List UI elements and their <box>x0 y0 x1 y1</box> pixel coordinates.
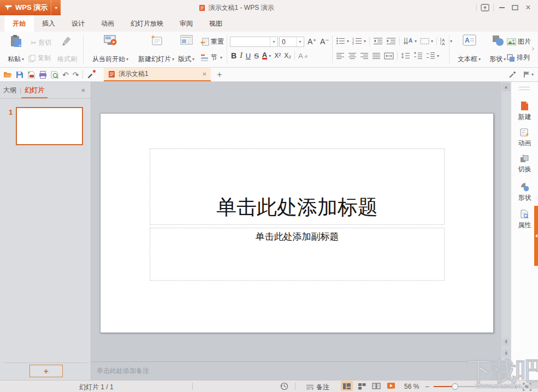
dropdown-icon[interactable]: ▾ <box>296 37 304 46</box>
add-slide-button[interactable]: + <box>29 365 63 377</box>
text-box-border-button[interactable]: ▾ <box>420 38 433 45</box>
tab-home[interactable]: 开始 <box>4 15 34 32</box>
new-document-tab-button[interactable]: + <box>214 69 225 80</box>
subtitle-placeholder[interactable]: 单击此处添加副标题 <box>150 228 445 281</box>
copy-button[interactable]: 复制 <box>28 54 51 63</box>
underline-button[interactable]: U <box>246 52 251 60</box>
font-name-combo[interactable]: ▾ <box>230 37 278 47</box>
title-placeholder[interactable]: 单击此处添加标题 <box>150 149 445 225</box>
vertical-scrollbar[interactable]: ▲ ↟ ↡ <box>501 82 511 361</box>
zoom-out-button[interactable]: − <box>425 382 429 391</box>
previous-slide-button[interactable]: ↟ <box>502 338 510 346</box>
superscript-button[interactable]: X² <box>274 52 281 60</box>
paste-button[interactable]: 粘贴▾ <box>4 34 27 64</box>
font-size-combo[interactable]: 0 ▾ <box>279 37 304 47</box>
slide-sorter-view-button[interactable] <box>356 381 368 391</box>
distribute-text-button[interactable] <box>384 52 394 60</box>
arrange-button[interactable]: 排列 <box>507 53 530 62</box>
clear-format-button[interactable]: A <box>298 52 309 60</box>
dropdown-icon: ▾ <box>415 39 417 44</box>
decrease-font-button[interactable]: A⁻ <box>319 37 330 46</box>
strikethrough-button[interactable]: S <box>254 52 259 60</box>
numbered-list-button[interactable]: 123 ▾ <box>352 37 366 45</box>
svg-text:A: A <box>442 41 445 45</box>
bullet-list-button[interactable]: ▾ <box>336 37 349 45</box>
slide-thumbnail[interactable] <box>16 107 83 145</box>
paragraph-spacing-options-button[interactable]: ▾ <box>426 52 439 60</box>
ribbon-overflow-chevron-icon[interactable]: › <box>532 45 534 52</box>
slideshow-button[interactable] <box>385 381 397 391</box>
print-button[interactable] <box>39 71 47 79</box>
magic-wand-icon[interactable] <box>509 70 517 79</box>
increase-font-button[interactable]: A⁺ <box>306 37 318 46</box>
reading-view-button[interactable] <box>370 381 382 391</box>
new-slide-button[interactable]: 新建幻灯片▾ <box>134 34 178 64</box>
subscript-button[interactable]: X₂ <box>284 52 291 60</box>
notes-area[interactable]: 单击此处添加备注 <box>91 361 511 380</box>
text-direction-button[interactable]: A ▾ <box>403 37 417 45</box>
open-file-button[interactable] <box>3 71 12 78</box>
layout-button[interactable]: 版式▾ <box>174 34 199 64</box>
close-button[interactable]: × <box>522 2 535 14</box>
print-preview-button[interactable] <box>51 71 58 79</box>
decrease-indent-button[interactable] <box>373 37 383 45</box>
slides-tab[interactable]: 幻灯片 <box>21 82 48 98</box>
zoom-in-button[interactable]: + <box>514 382 518 391</box>
character-spacing-button[interactable]: AA ▾ <box>440 37 452 45</box>
save-button[interactable] <box>16 71 23 79</box>
zoom-slider-thumb[interactable] <box>452 383 458 390</box>
close-panel-icon[interactable]: × <box>75 86 91 94</box>
line-spacing-button[interactable] <box>401 52 410 60</box>
scroll-up-button[interactable]: ▲ <box>502 83 510 91</box>
tab-design[interactable]: 设计 <box>63 15 93 32</box>
tab-animation[interactable]: 动画 <box>93 15 122 32</box>
tab-review[interactable]: 审阅 <box>172 15 201 32</box>
play-from-current-button[interactable]: 从当前开始▾ <box>87 34 133 64</box>
tab-slideshow[interactable]: 幻灯片放映 <box>122 15 172 32</box>
flag-menu-button[interactable]: ▾ <box>523 71 534 78</box>
maximize-button[interactable] <box>509 2 522 14</box>
align-left-button[interactable] <box>336 52 345 60</box>
svg-text:3: 3 <box>352 42 354 45</box>
dropdown-icon[interactable]: ▾ <box>270 37 277 46</box>
zoom-slider[interactable] <box>434 386 513 387</box>
history-button[interactable] <box>280 382 288 390</box>
divider <box>397 51 398 60</box>
document-tab[interactable]: 演示文稿1 × <box>104 68 211 81</box>
increase-indent-button[interactable] <box>386 37 396 45</box>
textbox-button[interactable]: A 文本框▾ <box>453 34 485 64</box>
sidebar-item-new[interactable]: 新建 <box>511 101 538 122</box>
sidebar-item-transition[interactable]: 切换 <box>511 155 538 174</box>
font-color-button[interactable]: A ▾ <box>262 52 271 60</box>
slide-canvas[interactable]: 单击此处添加标题 单击此处添加副标题 <box>100 113 494 333</box>
undo-button[interactable]: ↶ <box>62 71 69 79</box>
redo-button[interactable]: ↷ <box>73 71 79 79</box>
tab-insert[interactable]: 插入 <box>34 15 63 32</box>
minimize-button[interactable] <box>495 2 509 14</box>
paragraph-spacing-increase-button[interactable] <box>413 52 423 60</box>
next-slide-button[interactable]: ↡ <box>502 349 510 357</box>
justify-button[interactable] <box>372 52 381 60</box>
sidebar-item-animation[interactable]: 动画 <box>511 128 538 148</box>
export-pdf-button[interactable] <box>27 71 35 79</box>
close-tab-icon[interactable]: × <box>202 70 206 78</box>
sidebar-item-shape[interactable]: 形状 <box>511 182 538 203</box>
normal-view-button[interactable] <box>341 381 353 391</box>
picture-button[interactable]: 图片 <box>507 37 531 46</box>
cut-button[interactable]: ✂ 剪切 <box>31 38 51 47</box>
customize-quickbar-button[interactable] <box>87 72 94 78</box>
notes-toggle-button[interactable]: 备注 <box>306 383 329 392</box>
align-center-button[interactable] <box>348 52 357 60</box>
outline-tab[interactable]: 大纲 <box>0 82 20 98</box>
align-right-button[interactable] <box>360 52 369 60</box>
bold-button[interactable]: B <box>231 51 237 60</box>
reset-button[interactable]: 重置 <box>200 37 224 46</box>
fullscreen-button[interactable] <box>478 2 492 14</box>
fit-to-window-button[interactable] <box>523 383 531 391</box>
italic-button[interactable]: I <box>240 51 243 60</box>
tab-view[interactable]: 视图 <box>201 15 230 32</box>
collapsed-panel-tab[interactable] <box>534 206 538 266</box>
section-button[interactable]: 节▾ <box>200 53 222 62</box>
sidebar-handle[interactable] <box>519 87 530 90</box>
format-painter-button[interactable]: 格式刷 <box>55 34 80 64</box>
